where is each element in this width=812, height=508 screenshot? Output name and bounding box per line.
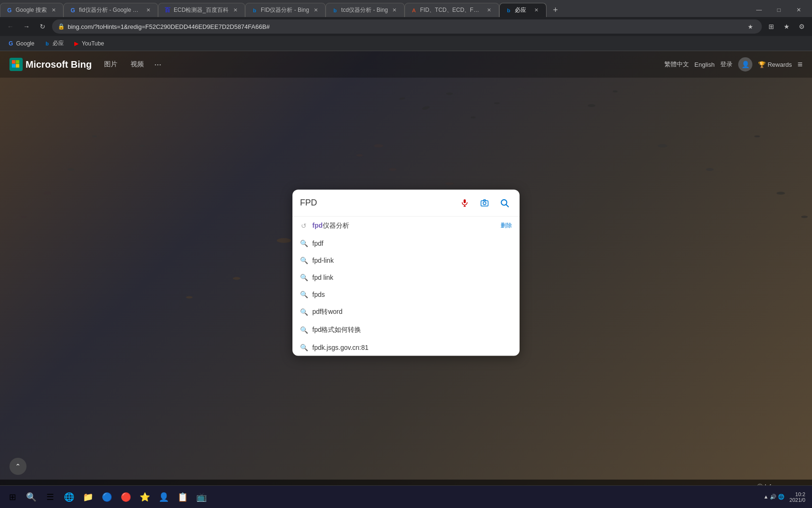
suggestion-item-4[interactable]: 🔍 fpds (292, 285, 520, 303)
tab-close-btn[interactable]: ✕ (485, 7, 493, 14)
taskbar: ⊞ 🔍 ☰ 🌐 📁 🔵 🔴 ⭐ 👤 📋 📺 ▲ 🔊 🌐 10:2 2021/0 (0, 485, 812, 508)
bing-logo[interactable]: Microsoft Bing (9, 58, 92, 71)
minimize-button[interactable]: — (750, 3, 768, 17)
tab-close-btn[interactable]: ✕ (312, 7, 319, 14)
suggestion-item-0[interactable]: ↺ fpd仪器分析 删除 (292, 216, 520, 234)
new-tab-button[interactable]: + (548, 3, 563, 17)
taskbar-date-display: 2021/0 (789, 497, 805, 503)
tab-label: tcd仪器分析 - Bing (341, 6, 388, 14)
svg-point-7 (565, 95, 571, 97)
bing-nav-videos[interactable]: 视频 (128, 58, 147, 71)
microphone-button[interactable] (457, 195, 472, 210)
taskbar-icon-2[interactable]: 🔴 (117, 489, 134, 506)
taskbar-search[interactable]: 🔍 (23, 489, 40, 506)
tab-ecd-baidu[interactable]: 百 ECD检测器_百度百科 ✕ (158, 3, 245, 17)
suggestion-item-6[interactable]: 🔍 fpd格式如何转换 (292, 321, 520, 339)
suggestion-item-7[interactable]: 🔍 fpdk.jsgs.gov.cn:81 (292, 339, 520, 356)
taskbar-icon-4[interactable]: 👤 (155, 489, 172, 506)
suggestion-item-2[interactable]: 🔍 fpd-link (292, 251, 520, 268)
camera-search-button[interactable] (477, 195, 492, 210)
sys-tray-icons: ▲ 🔊 🌐 (763, 494, 785, 500)
taskbar-edge[interactable]: 🌐 (61, 489, 78, 506)
search-input[interactable] (300, 198, 452, 208)
bing-lang-trad-chinese[interactable]: 繁體中文 (664, 60, 689, 69)
rewards-label: Rewards (768, 61, 792, 68)
suggestion-text: fpds (312, 290, 512, 298)
tab-close-btn[interactable]: ✕ (50, 7, 57, 14)
svg-rect-33 (16, 64, 19, 68)
forward-button[interactable]: → (20, 20, 33, 33)
taskbar-icon-6[interactable]: 📺 (193, 489, 210, 506)
taskbar-taskview[interactable]: ☰ (42, 489, 59, 506)
bing-header-right: 繁體中文 English 登录 👤 🏆 Rewards ≡ (664, 57, 803, 71)
tab-close-btn[interactable]: ✕ (144, 7, 152, 14)
refresh-button[interactable]: ↻ (36, 20, 49, 33)
address-bar[interactable]: 🔒 bing.com/?toHints=1&redig=F52C290DEDD4… (52, 19, 762, 34)
tab-favicon-fid-google: G (70, 7, 76, 14)
svg-point-2 (446, 93, 453, 95)
tab-bing-active[interactable]: b 必应 ✕ (499, 3, 547, 17)
bing-login-btn[interactable]: 登录 (720, 60, 733, 69)
tab-close-btn[interactable]: ✕ (533, 7, 540, 14)
svg-point-3 (471, 116, 476, 118)
taskbar-clock[interactable]: 10:2 2021/0 (786, 490, 808, 504)
rewards-icon: 🏆 (758, 61, 766, 68)
tab-close-btn[interactable]: ✕ (231, 7, 239, 14)
tab-favicon-baidu: 百 (164, 7, 171, 14)
maximize-button[interactable]: □ (769, 3, 788, 17)
bing-logo-icon (9, 58, 23, 71)
suggestion-item-5[interactable]: 🔍 pdf转word (292, 303, 520, 321)
taskbar-start[interactable]: ⊞ (4, 489, 21, 506)
svg-point-38 (483, 202, 486, 205)
bing-nav: 图片 视频 ··· (101, 58, 161, 71)
tab-label: Google 搜索 (16, 6, 47, 14)
tab-tcd-bing[interactable]: b tcd仪器分析 - Bing ✕ (326, 3, 405, 17)
favorites-icon[interactable]: ★ (780, 20, 793, 33)
tab-label: FID、TCD、ECD、FPD等气相色... (420, 6, 483, 14)
svg-point-14 (445, 182, 454, 185)
svg-point-5 (517, 88, 524, 90)
suggestion-item-3[interactable]: 🔍 fpd link (292, 268, 520, 285)
tab-google-search[interactable]: G Google 搜索 ✕ (0, 3, 63, 17)
taskbar-icon-1[interactable]: 🔵 (98, 489, 115, 506)
svg-point-9 (613, 90, 618, 92)
bing-account-icon[interactable]: 👤 (738, 57, 752, 71)
taskbar-icon-3[interactable]: ⭐ (136, 489, 153, 506)
tab-favicon-ms: A (411, 7, 417, 14)
tab-fid-bing[interactable]: b FID仪器分析 - Bing ✕ (245, 3, 326, 17)
bing-nav-more[interactable]: ··· (154, 60, 161, 70)
bing-nav-images[interactable]: 图片 (101, 58, 120, 71)
svg-point-28 (777, 192, 785, 195)
search-button[interactable] (497, 195, 512, 210)
translate-icon[interactable]: ⊞ (765, 20, 778, 33)
bookmark-bing[interactable]: b 必应 (40, 38, 68, 48)
suggestion-item-1[interactable]: 🔍 fpdf (292, 234, 520, 251)
svg-point-8 (588, 104, 595, 107)
address-url: bing.com/?toHints=1&redig=F52C290DEDD446… (68, 23, 742, 30)
bing-menu-btn[interactable]: ≡ (797, 60, 803, 70)
bookmark-youtube[interactable]: ▶ YouTube (70, 39, 108, 48)
tab-favicon-bing1: b (251, 7, 258, 14)
close-button[interactable]: ✕ (789, 3, 808, 17)
address-action-btn[interactable]: ★ (745, 21, 756, 32)
settings-icon[interactable]: ⚙ (795, 20, 808, 33)
tab-fid-google[interactable]: G fid仪器分析 - Google 搜索 ✕ (63, 3, 158, 17)
tab-label: ECD检测器_百度百科 (174, 6, 229, 14)
suggestion-delete-btn[interactable]: 删除 (501, 222, 512, 230)
taskbar-icon-5[interactable]: 📋 (174, 489, 191, 506)
svg-point-25 (658, 144, 667, 148)
tab-close-btn[interactable]: ✕ (391, 7, 398, 14)
scroll-top-button[interactable]: ⌃ (9, 458, 26, 475)
bookmark-label: 必应 (53, 39, 64, 47)
bookmark-favicon-bing: b (44, 40, 51, 47)
tab-fid-tcd-ecd[interactable]: A FID、TCD、ECD、FPD等气相色... ✕ (405, 3, 499, 17)
svg-rect-30 (12, 60, 16, 64)
taskbar-explorer[interactable]: 📁 (79, 489, 97, 506)
back-button[interactable]: ← (4, 20, 17, 33)
bing-rewards-btn[interactable]: 🏆 Rewards (758, 61, 792, 68)
bing-lang-english[interactable]: English (695, 61, 715, 68)
bookmark-google[interactable]: G Google (4, 39, 38, 48)
suggestion-search-icon: 🔍 (300, 273, 308, 281)
browser-chrome: G Google 搜索 ✕ G fid仪器分析 - Google 搜索 ✕ 百 … (0, 0, 812, 51)
svg-point-6 (542, 112, 547, 114)
